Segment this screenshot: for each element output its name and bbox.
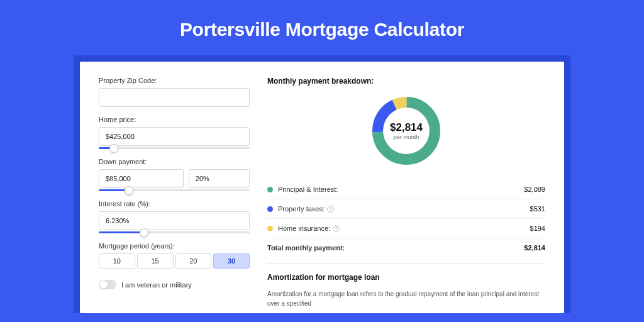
slider-thumb-icon[interactable] [125, 186, 133, 195]
donut-sub: per month [394, 134, 419, 140]
divider [267, 264, 545, 264]
dot-icon [267, 187, 273, 192]
line-principal: Principal & Interest: $2,089 [267, 180, 545, 199]
donut-chart: $2,814 per month [369, 93, 444, 169]
line-label: Property taxes: [278, 205, 325, 213]
dot-icon [267, 206, 273, 212]
amort-text: Amortization for a mortgage loan refers … [267, 289, 545, 308]
interest-rate-field: Interest rate (%): [99, 200, 250, 233]
home-price-input[interactable] [99, 127, 250, 146]
down-payment-slider[interactable] [99, 189, 250, 191]
period-label: Mortgage period (years): [99, 242, 250, 250]
interest-rate-slider[interactable] [99, 231, 250, 233]
veteran-toggle[interactable] [99, 280, 116, 289]
home-price-label: Home price: [99, 116, 250, 123]
donut-amount: $2,814 [390, 121, 423, 134]
amort-title: Amortization for mortgage loan [267, 273, 545, 282]
line-value: $194 [530, 225, 545, 232]
total-value: $2,814 [524, 244, 545, 252]
form-panel: Property Zip Code: Home price: Down paym… [99, 77, 250, 313]
line-taxes: Property taxes: ? $531 [267, 199, 545, 218]
calculator-card: Property Zip Code: Home price: Down paym… [80, 62, 564, 313]
info-icon[interactable]: ? [327, 206, 334, 213]
home-price-slider[interactable] [99, 147, 250, 149]
breakdown-title: Monthly payment breakdown: [267, 77, 545, 86]
donut-center: $2,814 per month [369, 93, 444, 169]
calculator-card-frame: Property Zip Code: Home price: Down paym… [74, 55, 570, 313]
info-icon[interactable]: ? [333, 225, 340, 232]
veteran-label: I am veteran or military [121, 281, 192, 289]
down-payment-amount-input[interactable] [99, 169, 184, 188]
zip-field: Property Zip Code: [99, 77, 250, 107]
period-button-15[interactable]: 15 [137, 253, 174, 269]
down-payment-label: Down payment: [99, 158, 250, 165]
down-payment-field: Down payment: [99, 158, 250, 191]
page-header: Portersville Mortgage Calculator [0, 0, 644, 55]
interest-rate-input[interactable] [99, 211, 250, 230]
line-label: Home insurance: [278, 225, 330, 232]
donut-chart-wrap: $2,814 per month [267, 93, 545, 169]
period-button-20[interactable]: 20 [175, 253, 212, 269]
slider-thumb-icon[interactable] [109, 144, 118, 153]
period-button-10[interactable]: 10 [99, 253, 135, 269]
line-value: $531 [530, 205, 545, 213]
line-value: $2,089 [524, 186, 545, 193]
slider-thumb-icon[interactable] [140, 228, 148, 237]
down-payment-percent-input[interactable] [189, 169, 250, 188]
period-button-group: 10 15 20 30 [99, 253, 250, 269]
line-total: Total monthly payment: $2,814 [267, 238, 545, 257]
line-insurance: Home insurance: ? $194 [267, 218, 545, 238]
breakdown-panel: Monthly payment breakdown: $2,814 per mo… [267, 77, 545, 313]
veteran-toggle-row: I am veteran or military [99, 280, 250, 289]
zip-input[interactable] [99, 88, 250, 107]
line-label: Principal & Interest: [278, 186, 338, 193]
total-label: Total monthly payment: [267, 244, 345, 252]
dot-icon [267, 226, 273, 231]
page-title: Portersville Mortgage Calculator [0, 19, 644, 40]
zip-label: Property Zip Code: [99, 77, 250, 84]
period-button-30[interactable]: 30 [213, 253, 250, 269]
home-price-field: Home price: [99, 116, 250, 149]
period-field: Mortgage period (years): 10 15 20 30 [99, 242, 250, 269]
interest-rate-label: Interest rate (%): [99, 200, 250, 208]
